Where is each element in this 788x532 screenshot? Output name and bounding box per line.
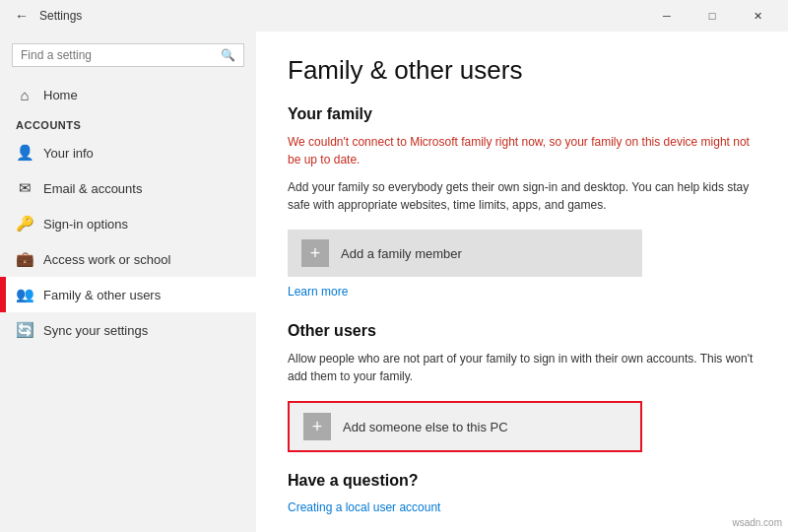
home-icon: ⌂ [16,87,33,103]
have-question-section: Have a question? Creating a local user a… [288,472,756,515]
other-users-desc: Allow people who are not part of your fa… [288,350,756,385]
add-someone-else-label: Add someone else to this PC [343,420,508,434]
sidebar-home-label: Home [43,88,78,102]
other-users-section-title: Other users [288,322,756,340]
your-family-section-title: Your family [288,105,756,123]
search-box[interactable]: 🔍 [12,43,244,67]
sidebar-item-home[interactable]: ⌂ Home [0,79,256,111]
window-controls: ─ □ ✕ [644,0,780,32]
back-icon: ← [15,8,29,24]
sidebar-label-sign-in: Sign-in options [43,217,128,232]
sync-icon: 🔄 [16,321,33,339]
key-icon: 🔑 [16,215,33,233]
add-family-member-label: Add a family member [341,246,462,261]
family-icon: 👥 [16,286,33,303]
sidebar-item-email-accounts[interactable]: ✉ Email & accounts [0,170,256,206]
sidebar-label-your-info: Your info [43,146,94,161]
titlebar: ← Settings ─ □ ✕ [0,0,788,32]
maximize-button[interactable]: □ [690,0,735,32]
close-button[interactable]: ✕ [735,0,780,32]
sidebar-label-email-accounts: Email & accounts [43,181,142,196]
minimize-button[interactable]: ─ [644,0,690,32]
sidebar-item-sync-settings[interactable]: 🔄 Sync your settings [0,312,256,348]
add-person-plus-icon: + [303,413,331,440]
sidebar-label-family-users: Family & other users [43,288,161,302]
email-icon: ✉ [16,179,33,197]
sidebar-item-sign-in[interactable]: 🔑 Sign-in options [0,206,256,241]
person-icon: 👤 [16,144,33,162]
sidebar: 🔍 ⌂ Home Accounts 👤 Your info ✉ Email & … [0,32,256,532]
learn-more-link[interactable]: Learn more [288,285,756,299]
search-icon: 🔍 [221,48,235,62]
other-users-section: Other users Allow people who are not par… [288,322,756,452]
sidebar-label-access-work: Access work or school [43,252,170,267]
add-family-plus-icon: + [301,239,329,267]
sidebar-item-your-info[interactable]: 👤 Your info [0,135,256,170]
briefcase-icon: 💼 [16,250,33,268]
local-user-account-link[interactable]: Creating a local user account [288,500,440,514]
titlebar-title: Settings [39,9,644,23]
sidebar-label-sync-settings: Sync your settings [43,323,148,338]
sidebar-item-family-users[interactable]: 👥 Family & other users [0,277,256,312]
content-area: Family & other users Your family We coul… [256,32,788,532]
search-input[interactable] [21,48,221,62]
sidebar-item-access-work[interactable]: 💼 Access work or school [0,241,256,277]
back-button[interactable]: ← [8,2,35,30]
app-container: 🔍 ⌂ Home Accounts 👤 Your info ✉ Email & … [0,32,788,532]
page-title: Family & other users [288,55,756,86]
sidebar-section-label: Accounts [0,111,256,135]
add-family-member-button[interactable]: + Add a family member [288,230,642,277]
watermark: wsadn.com [732,517,782,528]
family-error-text: We couldn't connect to Microsoft family … [288,133,756,168]
have-question-title: Have a question? [288,472,756,490]
your-family-desc: Add your family so everybody gets their … [288,178,756,214]
add-someone-else-button[interactable]: + Add someone else to this PC [288,401,642,452]
